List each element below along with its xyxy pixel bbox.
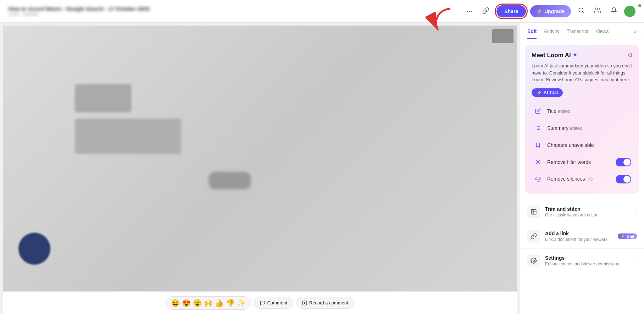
svg-rect-3 (302, 301, 307, 305)
ai-plus-icon: ✦ (572, 51, 577, 59)
share-button[interactable]: Share (496, 5, 526, 17)
tab-edit[interactable]: Edit (527, 28, 537, 39)
filler-words-label: Remove filler words (547, 159, 611, 165)
video-overlay-top (492, 29, 513, 43)
ai-trial-badge[interactable]: AI Trial (532, 88, 563, 97)
tab-transcript[interactable]: Transcript (567, 28, 589, 39)
ai-feature-silences[interactable]: Remove silences ⓘ (532, 171, 633, 188)
ai-feature-filler-words[interactable]: Remove filler words (532, 154, 633, 171)
filler-words-icon (533, 157, 543, 167)
panel-tabs: Edit Activity Transcript Views » (520, 23, 644, 39)
filler-words-toggle[interactable] (616, 158, 631, 166)
trim-stitch-text: Trim and stitch Our classic waveform edi… (545, 206, 630, 217)
summary-label: Summary edited (547, 125, 631, 131)
topbar: How to record Weem - Google Search - 17 … (0, 0, 644, 23)
emoji-heart-eyes[interactable]: 😍 (182, 299, 191, 307)
ai-feature-title[interactable]: Title edited (532, 103, 633, 120)
ai-feature-chapters[interactable]: Chapters unavailable (532, 137, 633, 154)
tab-activity[interactable]: Activity (544, 28, 559, 39)
upgrade-button[interactable]: Upgrade (530, 5, 571, 17)
silences-icon (533, 174, 543, 184)
emoji-raise-hands[interactable]: 🙌 (204, 299, 213, 307)
settings-desc: Enhancements and viewer permissions (545, 261, 630, 266)
page-title: How to record Weem - Google Search - 17 … (9, 6, 458, 12)
title-icon (533, 106, 543, 116)
contacts-button[interactable] (592, 6, 604, 17)
chapters-icon (533, 140, 543, 150)
emoji-sparkles[interactable]: ✨ (237, 299, 246, 307)
add-link-trial-badge: Trial (618, 233, 637, 239)
avatar[interactable] (624, 6, 635, 17)
title-label: Title edited (547, 108, 631, 114)
silences-toggle[interactable] (616, 175, 631, 183)
settings-icon (527, 254, 540, 267)
add-link-icon (527, 230, 540, 243)
topbar-actions: ··· Share Upgrade (464, 5, 635, 17)
video-area: 😄 😍 😮 🙌 👍 👎 ✨ Comment Record a co (0, 23, 520, 314)
emoji-laugh[interactable]: 😄 (171, 299, 180, 307)
video-frame (3, 26, 517, 291)
add-link-right: Trial (618, 233, 637, 239)
add-link-item[interactable]: Add a link Link a document for your view… (520, 224, 644, 249)
ai-card-description: Loom AI just summarized your video so yo… (532, 62, 633, 83)
comment-label: Comment (267, 300, 287, 305)
settings-title: Settings (545, 255, 630, 261)
more-options-button[interactable]: ··· (464, 6, 476, 17)
video-bottom-bar: 😄 😍 😮 🙌 👍 👎 ✨ Comment Record a co (3, 291, 517, 314)
emoji-thumbs-down[interactable]: 👎 (226, 299, 235, 307)
page-meta: Loom · Unlisted (9, 12, 458, 17)
ai-card-header: Meet Loom AI ✦ ⚙ (532, 51, 633, 59)
trim-stitch-title: Trim and stitch (545, 206, 630, 212)
trim-stitch-chevron: › (635, 209, 637, 215)
right-panel: Edit Activity Transcript Views » Meet Lo… (520, 23, 644, 314)
silences-label: Remove silences ⓘ (547, 176, 611, 182)
video-content-blur-2 (75, 119, 181, 154)
add-link-text: Add a link Link a document for your view… (545, 231, 613, 242)
svg-point-11 (537, 161, 539, 163)
settings-right: › (635, 258, 637, 264)
trim-stitch-desc: Our classic waveform editor (545, 213, 630, 217)
main-content: 😄 😍 😮 🙌 👍 👎 ✨ Comment Record a co (0, 23, 644, 314)
emoji-thumbs-up[interactable]: 👍 (215, 299, 224, 307)
video-content-blur-1 (75, 84, 132, 112)
trim-stitch-right: › (635, 209, 637, 215)
add-link-title: Add a link (545, 231, 613, 236)
video-presenter-avatar (18, 233, 50, 265)
comment-button[interactable]: Comment (254, 297, 293, 309)
svg-point-2 (596, 8, 598, 10)
settings-chevron: › (635, 258, 637, 264)
svg-point-1 (579, 8, 583, 12)
summary-icon (533, 123, 543, 133)
emoji-reactions: 😄 😍 😮 🙌 👍 👎 ✨ (166, 296, 251, 310)
emoji-wow[interactable]: 😮 (193, 299, 202, 307)
tab-views[interactable]: Views (596, 28, 609, 39)
copy-link-button[interactable] (479, 6, 492, 17)
svg-marker-4 (304, 302, 306, 304)
settings-text: Settings Enhancements and viewer permiss… (545, 255, 630, 266)
chapters-label: Chapters unavailable (547, 142, 631, 148)
search-button[interactable] (575, 6, 587, 17)
trim-stitch-item[interactable]: Trim and stitch Our classic waveform edi… (520, 200, 644, 224)
record-comment-label: Record a comment (309, 300, 348, 305)
ai-card: Meet Loom AI ✦ ⚙ Loom AI just summarized… (525, 45, 639, 194)
topbar-title-area: How to record Weem - Google Search - 17 … (9, 6, 458, 17)
video-content-blur-3 (209, 172, 251, 189)
panel-expand-button[interactable]: » (634, 28, 637, 39)
ai-feature-summary[interactable]: Summary edited (532, 120, 633, 137)
video-player[interactable] (3, 26, 517, 291)
notifications-button[interactable] (608, 6, 620, 17)
settings-item[interactable]: Settings Enhancements and viewer permiss… (520, 249, 644, 273)
trim-stitch-icon (527, 205, 540, 218)
ai-settings-button[interactable]: ⚙ (628, 52, 633, 59)
svg-point-15 (533, 260, 535, 261)
add-link-desc: Link a document for your viewers (545, 237, 613, 242)
ai-card-title: Meet Loom AI ✦ (532, 51, 577, 59)
record-comment-button[interactable]: Record a comment (296, 297, 354, 309)
